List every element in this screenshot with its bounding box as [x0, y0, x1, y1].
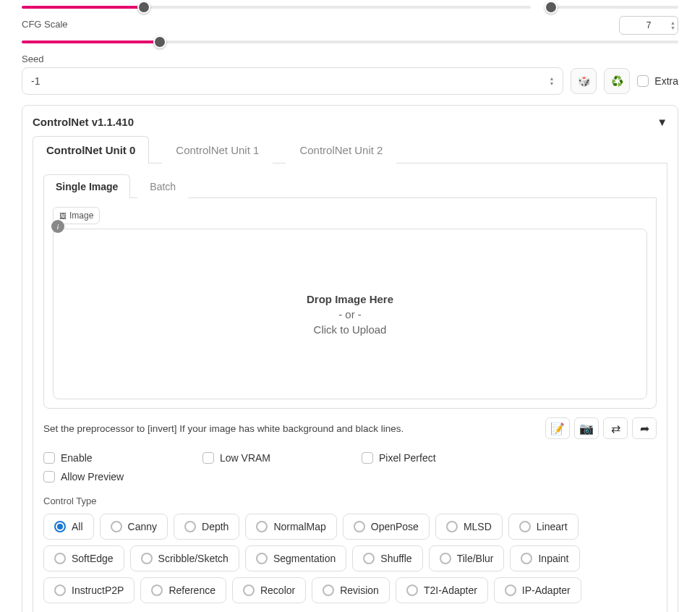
control-type-lineart[interactable]: Lineart: [508, 514, 579, 540]
extra-checkbox[interactable]: [637, 75, 649, 87]
control-type-canny[interactable]: Canny: [100, 514, 168, 540]
recycle-icon: ♻️: [611, 75, 623, 87]
radio-circle: [54, 553, 66, 564]
camera-button[interactable]: 📷: [574, 417, 599, 439]
control-type-inpaint[interactable]: Inpaint: [510, 545, 579, 571]
edit-button[interactable]: 📝: [545, 417, 570, 439]
radio-label: IP-Adapter: [522, 585, 571, 596]
checkbox-label: Pixel Perfect: [379, 452, 436, 464]
radio-label: Scribble/Sketch: [158, 553, 229, 564]
radio-label: All: [72, 521, 83, 532]
radio-circle: [141, 553, 153, 564]
chevron-up-icon[interactable]: ▲: [670, 20, 675, 25]
control-type-reference[interactable]: Reference: [140, 577, 226, 603]
checkbox-label: Enable: [61, 452, 93, 464]
arrow-up-right-icon: ➦: [640, 422, 649, 435]
cfg-slider[interactable]: [22, 41, 678, 43]
extra-label: Extra: [654, 75, 678, 87]
tab-controlnet-unit-1[interactable]: ControlNet Unit 1: [162, 136, 273, 163]
radio-label: T2I-Adapter: [424, 585, 477, 596]
radio-label: Shuffle: [380, 553, 411, 564]
radio-label: SoftEdge: [72, 553, 114, 564]
control-type-shuffle[interactable]: Shuffle: [352, 545, 422, 571]
top-slider-right[interactable]: [548, 6, 678, 9]
seed-label: Seed: [22, 54, 678, 64]
chevron-down-icon[interactable]: ▼: [549, 81, 554, 86]
tab-controlnet-unit-2[interactable]: ControlNet Unit 2: [286, 136, 396, 163]
control-type-normalmap[interactable]: NormalMap: [245, 514, 336, 540]
seed-input[interactable]: -1 ▲▼: [22, 67, 563, 95]
top-slider-left[interactable]: [22, 6, 531, 9]
radio-circle: [111, 521, 122, 532]
controlnet-title: ControlNet v1.1.410: [33, 116, 134, 128]
camera-icon: 📷: [579, 422, 594, 435]
radio-label: MLSD: [464, 521, 492, 532]
radio-circle: [505, 585, 516, 596]
radio-label: OpenPose: [371, 521, 419, 532]
radio-circle: [363, 553, 375, 564]
checkbox-box[interactable]: [362, 452, 373, 464]
cfg-value-input[interactable]: 7 ▲▼: [619, 16, 678, 35]
checkbox-box[interactable]: [202, 452, 214, 464]
image-drop-zone[interactable]: Drop Image Here - or - Click to Upload: [53, 229, 647, 399]
control-type-instructp2p[interactable]: InstructP2P: [43, 577, 135, 603]
control-type-ip-adapter[interactable]: IP-Adapter: [494, 577, 581, 603]
chevron-down-icon[interactable]: ▼: [670, 25, 675, 30]
radio-circle: [440, 553, 451, 564]
radio-label: Revision: [340, 585, 379, 596]
checkbox-enable[interactable]: Enable: [43, 452, 195, 464]
radio-circle: [406, 585, 418, 596]
cfg-label: CFG Scale: [22, 19, 68, 30]
radio-label: Segmentation: [273, 553, 336, 564]
collapse-icon[interactable]: ▼: [657, 116, 667, 128]
checkbox-box[interactable]: [43, 452, 55, 464]
control-type-all[interactable]: All: [43, 514, 94, 540]
chevron-up-icon[interactable]: ▲: [549, 76, 554, 81]
random-seed-button[interactable]: 🎲: [571, 68, 597, 94]
control-type-softedge[interactable]: SoftEdge: [43, 545, 124, 571]
radio-label: InstructP2P: [72, 585, 124, 596]
control-type-t2i-adapter[interactable]: T2I-Adapter: [396, 577, 488, 603]
subtab-batch[interactable]: Batch: [137, 174, 188, 198]
control-type-openpose[interactable]: OpenPose: [343, 514, 430, 540]
pencil-icon: 📝: [550, 422, 565, 435]
control-type-revision[interactable]: Revision: [312, 577, 390, 603]
control-type-depth[interactable]: Depth: [174, 514, 239, 540]
radio-label: NormalMap: [273, 521, 325, 532]
reuse-seed-button[interactable]: ♻️: [604, 68, 630, 94]
radio-label: Canny: [128, 521, 157, 532]
radio-circle: [151, 585, 163, 596]
radio-circle: [519, 521, 531, 532]
checkbox-label: Low VRAM: [220, 452, 270, 464]
radio-circle: [184, 521, 196, 532]
radio-circle: [256, 521, 268, 532]
subtab-single-image[interactable]: Single Image: [43, 174, 130, 198]
send-button[interactable]: ➦: [632, 417, 657, 439]
radio-circle: [54, 585, 66, 596]
control-type-scribble-sketch[interactable]: Scribble/Sketch: [130, 545, 239, 571]
radio-circle: [446, 521, 458, 532]
radio-label: Recolor: [260, 585, 295, 596]
control-type-segmentation[interactable]: Segmentation: [245, 545, 346, 571]
checkbox-low-vram[interactable]: Low VRAM: [202, 452, 354, 464]
radio-label: Inpaint: [538, 553, 568, 564]
checkbox-allow-preview[interactable]: Allow Preview: [43, 471, 195, 483]
tab-controlnet-unit-0[interactable]: ControlNet Unit 0: [33, 136, 149, 163]
control-type-tile-blur[interactable]: Tile/Blur: [429, 545, 505, 571]
control-type-mlsd[interactable]: MLSD: [435, 514, 503, 540]
radio-label: Lineart: [537, 521, 568, 532]
control-type-recolor[interactable]: Recolor: [232, 577, 306, 603]
radio-circle: [243, 585, 255, 596]
radio-circle: [256, 553, 268, 564]
swap-button[interactable]: ⇄: [603, 417, 628, 439]
preprocessor-hint: Set the preprocessor to [invert] If your…: [43, 423, 404, 434]
checkbox-pixel-perfect[interactable]: Pixel Perfect: [362, 452, 513, 464]
control-type-label: Control Type: [43, 496, 657, 506]
radio-label: Reference: [168, 585, 215, 596]
dice-icon: 🎲: [578, 75, 590, 87]
checkbox-box[interactable]: [43, 471, 55, 483]
image-icon: 🖼: [59, 212, 67, 220]
swap-icon: ⇄: [611, 422, 620, 435]
info-icon[interactable]: i: [51, 220, 64, 233]
radio-circle: [54, 521, 66, 532]
